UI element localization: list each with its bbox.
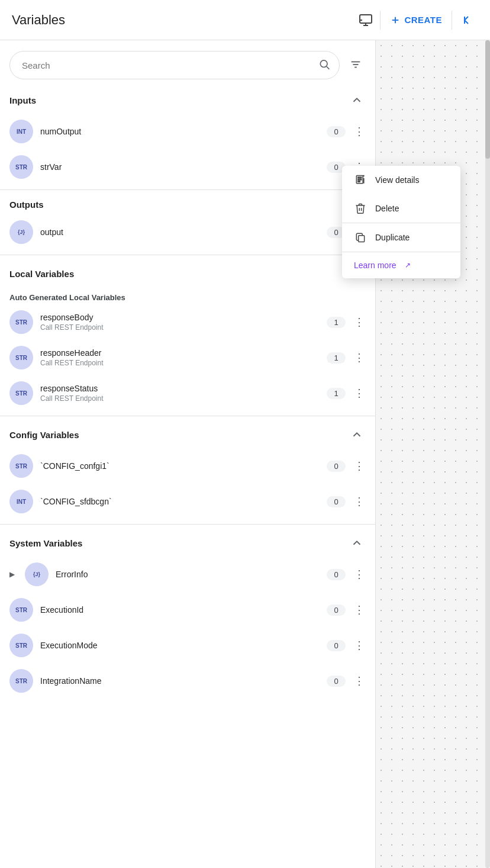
- var-count-responseBody: 1: [327, 317, 346, 328]
- var-badge-json: {J}: [9, 220, 33, 244]
- header: Variables CREATE: [0, 0, 490, 40]
- var-name-IntegrationName: IntegrationName: [40, 676, 320, 686]
- var-info-output: output: [40, 227, 320, 237]
- plus-icon: [390, 15, 401, 25]
- duplicate-icon: [354, 232, 367, 243]
- collapse-panel-button[interactable]: [454, 8, 478, 32]
- var-count-responseStatus: 1: [327, 388, 346, 399]
- chevron-up-icon: [350, 94, 363, 107]
- outputs-title: Outputs: [9, 200, 44, 210]
- var-info-config2: `CONFIG_sfdbcgn`: [40, 497, 320, 506]
- var-info-IntegrationName: IntegrationName: [40, 676, 320, 686]
- context-menu: View details Delete Duplicate Learn more…: [342, 166, 460, 278]
- outputs-section-header: Outputs: [0, 195, 375, 214]
- var-info-responseHeader: responseHeader Call REST Endpoint: [40, 348, 320, 367]
- system-variables-collapse-button[interactable]: [348, 534, 366, 552]
- var-info-config1: `CONFIG_confgi1`: [40, 461, 320, 471]
- svg-rect-15: [358, 179, 362, 180]
- var-menu-responseHeader[interactable]: ⋮: [353, 350, 366, 365]
- var-menu-IntegrationName[interactable]: ⋮: [353, 673, 366, 689]
- var-name-output: output: [40, 227, 320, 237]
- learn-more-menu-item[interactable]: Learn more ↗: [342, 252, 460, 278]
- var-subtitle-responseBody: Call REST Endpoint: [40, 323, 320, 332]
- svg-rect-17: [359, 236, 365, 242]
- var-menu-config1[interactable]: ⋮: [353, 458, 366, 474]
- var-row-responseStatus: STR responseStatus Call REST Endpoint 1 …: [0, 375, 375, 411]
- monitor-button[interactable]: [354, 8, 378, 32]
- var-row-numOutput: INT numOutput 0 ⋮: [0, 114, 375, 149]
- var-row-ErrorInfo: ▶ {J} ErrorInfo 0 ⋮: [0, 557, 375, 592]
- expand-arrow-ErrorInfo[interactable]: ▶: [9, 570, 18, 578]
- filter-button[interactable]: [346, 54, 366, 76]
- var-badge-int: INT: [9, 120, 33, 143]
- svg-rect-0: [360, 15, 372, 23]
- config-variables-collapse-button[interactable]: [348, 426, 366, 443]
- var-info-numOutput: numOutput: [40, 127, 320, 136]
- var-name-ExecutionMode: ExecutionMode: [40, 641, 320, 650]
- var-row-responseBody: STR responseBody Call REST Endpoint 1 ⋮: [0, 304, 375, 340]
- divider-config-system: [0, 524, 375, 525]
- divider-inputs-outputs: [0, 189, 375, 190]
- var-name-config2: `CONFIG_sfdbcgn`: [40, 497, 320, 506]
- var-name-ExecutionId: ExecutionId: [40, 605, 320, 615]
- var-count-responseHeader: 1: [327, 352, 346, 364]
- search-input[interactable]: [9, 51, 340, 79]
- inputs-collapse-button[interactable]: [348, 91, 366, 109]
- var-name-responseHeader: responseHeader: [40, 348, 320, 358]
- var-menu-ExecutionMode[interactable]: ⋮: [353, 638, 366, 653]
- view-details-menu-item[interactable]: View details: [342, 166, 460, 194]
- header-actions: CREATE: [354, 8, 478, 32]
- var-count-ExecutionId: 0: [327, 605, 346, 616]
- var-name-strVar: strVar: [40, 162, 320, 172]
- main-content: Inputs INT numOutput 0 ⋮ STR strVar 0 ⋮: [0, 40, 490, 868]
- var-menu-ExecutionId[interactable]: ⋮: [353, 602, 366, 618]
- var-badge-str-rs: STR: [9, 381, 33, 405]
- var-name-responseStatus: responseStatus: [40, 384, 320, 393]
- chevron-up-icon-3: [350, 428, 363, 441]
- divider-outputs-local: [0, 255, 375, 255]
- var-badge-int-c2: INT: [9, 490, 33, 513]
- var-row-ExecutionMode: STR ExecutionMode 0 ⋮: [0, 628, 375, 663]
- delete-menu-item[interactable]: Delete: [342, 194, 460, 223]
- external-link-icon: ↗: [405, 261, 411, 269]
- view-details-icon: [354, 174, 367, 186]
- var-badge-str-rh: STR: [9, 346, 33, 369]
- var-name-responseBody: responseBody: [40, 313, 320, 322]
- filter-icon: [349, 58, 362, 71]
- learn-more-label: Learn more: [354, 261, 396, 270]
- svg-rect-14: [358, 177, 362, 178]
- search-icon: [318, 59, 330, 72]
- create-button[interactable]: CREATE: [383, 10, 449, 30]
- var-name-numOutput: numOutput: [40, 127, 320, 136]
- var-info-ExecutionMode: ExecutionMode: [40, 641, 320, 650]
- page-title: Variables: [12, 12, 354, 28]
- chevron-up-icon-4: [350, 536, 363, 549]
- var-menu-responseStatus[interactable]: ⋮: [353, 385, 366, 401]
- var-row-strVar: STR strVar 0 ⋮: [0, 149, 375, 185]
- canvas-background: [376, 40, 490, 868]
- auto-generated-subtitle: Auto Generated Local Variables: [0, 287, 375, 304]
- var-menu-numOutput[interactable]: ⋮: [353, 124, 366, 139]
- var-count-ExecutionMode: 0: [327, 640, 346, 651]
- var-badge-str-c1: STR: [9, 454, 33, 478]
- delete-label: Delete: [375, 204, 399, 213]
- system-variables-title: System Variables: [9, 538, 82, 548]
- var-menu-ErrorInfo[interactable]: ⋮: [353, 567, 366, 582]
- collapse-icon: [459, 13, 473, 27]
- svg-line-9: [327, 66, 330, 69]
- svg-point-8: [320, 60, 327, 67]
- var-name-config1: `CONFIG_confgi1`: [40, 461, 320, 471]
- local-variables-title: Local Variables: [9, 269, 74, 279]
- var-menu-config2[interactable]: ⋮: [353, 494, 366, 509]
- var-menu-responseBody[interactable]: ⋮: [353, 314, 366, 330]
- duplicate-menu-item[interactable]: Duplicate: [342, 223, 460, 252]
- var-row-config1: STR `CONFIG_confgi1` 0 ⋮: [0, 448, 375, 484]
- var-info-responseBody: responseBody Call REST Endpoint: [40, 313, 320, 332]
- header-divider: [380, 11, 381, 30]
- var-row-ExecutionId: STR ExecutionId 0 ⋮: [0, 592, 375, 628]
- var-row-config2: INT `CONFIG_sfdbcgn` 0 ⋮: [0, 484, 375, 519]
- var-subtitle-responseHeader: Call REST Endpoint: [40, 359, 320, 367]
- config-variables-section-header: Config Variables: [0, 421, 375, 448]
- search-container: [0, 40, 375, 86]
- delete-icon: [354, 202, 367, 214]
